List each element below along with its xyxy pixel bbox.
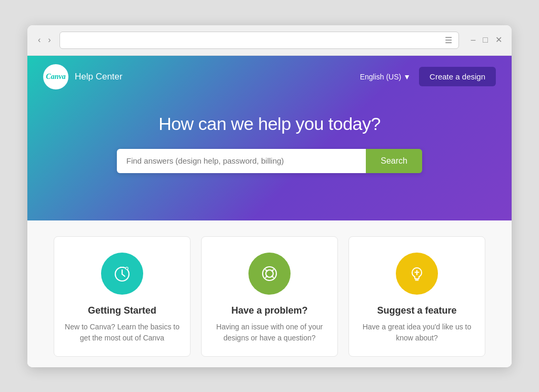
address-bar-input[interactable]: support.canva.com bbox=[66, 36, 441, 44]
menu-icon: ☰ bbox=[445, 35, 452, 45]
cards-section: Getting Started New to Canva? Learn the … bbox=[27, 220, 512, 367]
logo-area: Canva Help Center bbox=[43, 64, 123, 89]
site-header: Canva Help Center English (US) ▼ Create … bbox=[27, 56, 512, 98]
header-right: English (US) ▼ Create a design bbox=[360, 67, 496, 86]
svg-line-12 bbox=[272, 276, 274, 277]
have-a-problem-title: Have a problem? bbox=[231, 305, 307, 316]
hero-section: Canva Help Center English (US) ▼ Create … bbox=[27, 56, 512, 220]
getting-started-desc: New to Canva? Learn the basics to get th… bbox=[65, 321, 179, 344]
suggest-a-feature-desc: Have a great idea you'd like us to know … bbox=[360, 321, 474, 344]
minimize-button[interactable]: – bbox=[470, 35, 476, 45]
close-button[interactable]: ✕ bbox=[494, 35, 503, 45]
help-center-label: Help Center bbox=[75, 72, 123, 82]
browser-chrome: ‹ › support.canva.com ☰ – □ ✕ bbox=[27, 25, 512, 56]
hero-content: How can we help you today? Search bbox=[27, 98, 512, 194]
card-suggest-a-feature[interactable]: Suggest a feature Have a great idea you'… bbox=[348, 236, 485, 357]
suggest-a-feature-title: Suggest a feature bbox=[377, 305, 456, 316]
language-selector[interactable]: English (US) ▼ bbox=[360, 73, 411, 81]
site-content: Canva Help Center English (US) ▼ Create … bbox=[27, 56, 512, 367]
have-a-problem-icon bbox=[248, 253, 291, 295]
svg-line-11 bbox=[266, 276, 267, 277]
suggest-a-feature-icon bbox=[396, 253, 438, 295]
create-design-button[interactable]: Create a design bbox=[419, 67, 496, 86]
card-getting-started[interactable]: Getting Started New to Canva? Learn the … bbox=[54, 236, 191, 357]
hero-title: How can we help you today? bbox=[38, 114, 501, 134]
svg-point-7 bbox=[263, 267, 276, 280]
language-label: English (US) bbox=[360, 73, 402, 81]
address-bar-wrapper: support.canva.com ☰ bbox=[59, 32, 460, 49]
card-have-a-problem[interactable]: Have a problem? Having an issue with one… bbox=[201, 236, 338, 357]
getting-started-title: Getting Started bbox=[88, 305, 156, 316]
forward-button[interactable]: › bbox=[46, 35, 53, 45]
canva-logo: Canva bbox=[43, 64, 68, 89]
browser-window: ‹ › support.canva.com ☰ – □ ✕ Canva Help… bbox=[27, 25, 512, 367]
maximize-button[interactable]: □ bbox=[482, 35, 489, 45]
svg-line-9 bbox=[266, 269, 267, 271]
svg-line-2 bbox=[122, 274, 125, 276]
back-button[interactable]: ‹ bbox=[36, 35, 43, 45]
search-button[interactable]: Search bbox=[366, 149, 422, 173]
have-a-problem-desc: Having an issue with one of your designs… bbox=[212, 321, 327, 344]
nav-buttons: ‹ › bbox=[36, 35, 53, 45]
search-input[interactable] bbox=[117, 149, 366, 173]
window-controls: – □ ✕ bbox=[470, 35, 503, 45]
getting-started-icon bbox=[101, 253, 143, 295]
svg-line-10 bbox=[272, 269, 274, 271]
search-bar: Search bbox=[117, 149, 422, 173]
chevron-down-icon: ▼ bbox=[403, 73, 411, 81]
